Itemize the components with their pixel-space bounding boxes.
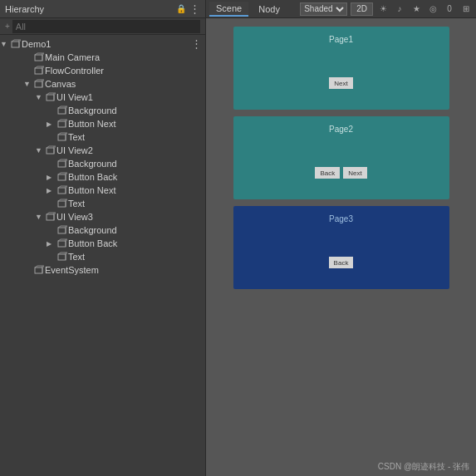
tree-label-btnnext2: Button Next (68, 185, 115, 195)
arrow-btnback2: ▶ (47, 174, 56, 181)
svg-rect-28 (58, 228, 66, 233)
tree-label-text3: Text (68, 252, 85, 262)
cube-icon-text3 (56, 251, 68, 263)
watermark: CSDN @朗迹科技 - 张伟 (378, 461, 469, 473)
tree-item-text3[interactable]: Text (0, 250, 205, 263)
menu-icon[interactable]: ⋮ (189, 3, 200, 14)
tree-item-btnback2[interactable]: ▶ Button Back (0, 170, 205, 184)
overlay-icon[interactable]: 0 (443, 2, 456, 16)
tree-item-btnnext1[interactable]: ▶ Button Next (0, 117, 205, 130)
cube-icon-uiview1 (45, 91, 56, 103)
hierarchy-header-icons: 🔒 ⋮ (176, 3, 200, 14)
scene-panel: Scene Nody Shaded 2D ☀ ♪ ★ ◎ 0 ⊞ Page1 N… (206, 0, 476, 476)
page2-back-button[interactable]: Back (315, 167, 340, 179)
cube-icon-camera (33, 52, 45, 63)
tree-item-uiview2[interactable]: ▼ UI View2 (0, 144, 205, 157)
page2-buttons: Back Next (315, 167, 366, 179)
search-bar: + (0, 18, 205, 35)
tree-label-background3: Background (68, 225, 117, 235)
cube-icon-bg1 (56, 105, 68, 116)
grid-icon[interactable]: ⊞ (459, 2, 473, 16)
tab-nody[interactable]: Nody (252, 2, 287, 16)
tree-label-btnback3: Button Back (68, 238, 117, 248)
tree-item-text2[interactable]: Text (0, 197, 205, 210)
tree-label-canvas: Canvas (45, 79, 76, 89)
page3-label: Page3 (329, 214, 353, 223)
arrow-btnnext2: ▶ (47, 187, 56, 194)
tree-item-background2[interactable]: Background (0, 157, 205, 170)
tree-item-main-camera[interactable]: Main Camera (0, 51, 205, 64)
svg-rect-30 (58, 241, 66, 247)
svg-rect-0 (12, 42, 19, 47)
tree-label-btnnext1: Button Next (68, 119, 115, 129)
effects-icon[interactable]: ★ (410, 2, 423, 16)
light-icon[interactable]: ☀ (376, 2, 390, 16)
audio-icon[interactable]: ♪ (393, 2, 406, 16)
cube-icon-bg3 (56, 224, 68, 236)
tree-item-eventsystem[interactable]: EventSystem (0, 263, 205, 277)
tree-item-flowcontroller[interactable]: FlowController (0, 64, 205, 77)
arrow-uiview2: ▼ (35, 146, 45, 155)
hierarchy-header: Hierarchy 🔒 ⋮ (0, 0, 205, 18)
tree-label-background1: Background (68, 106, 117, 115)
2d-button[interactable]: 2D (351, 2, 373, 16)
cube-icon-text2 (56, 198, 68, 209)
hierarchy-tree: ▼ Demo1 ⋮ (0, 35, 205, 476)
tree-item-demo1[interactable]: ▼ Demo1 ⋮ (0, 37, 205, 51)
cube-icon-btnnext1 (56, 118, 68, 130)
page1-label: Page1 (329, 35, 353, 44)
svg-rect-2 (35, 55, 42, 61)
cube-icon-eventsystem (33, 264, 45, 276)
svg-rect-32 (58, 254, 66, 260)
page3-buttons: Back (329, 257, 354, 268)
svg-rect-14 (58, 135, 66, 140)
svg-rect-22 (58, 188, 66, 194)
cube-icon-uiview2 (45, 145, 56, 156)
hierarchy-title: Hierarchy (5, 4, 44, 14)
tree-label-flowcontroller: FlowController (45, 66, 104, 76)
tab-scene[interactable]: Scene (209, 2, 248, 17)
arrow-btnback3: ▶ (47, 240, 56, 248)
tree-item-btnback3[interactable]: ▶ Button Back (0, 237, 205, 250)
svg-rect-26 (47, 214, 54, 220)
tree-item-background1[interactable]: Background (0, 104, 205, 117)
demo1-menu-icon[interactable]: ⋮ (191, 37, 202, 50)
svg-rect-4 (35, 68, 42, 74)
svg-rect-20 (58, 174, 66, 180)
cube-icon-btnback2 (56, 171, 68, 183)
sky-icon[interactable]: ◎ (426, 2, 439, 16)
shading-select[interactable]: Shaded (300, 2, 347, 16)
svg-rect-34 (35, 267, 42, 273)
search-icon: + (5, 22, 10, 31)
cube-icon-demo1 (10, 38, 22, 50)
svg-rect-12 (58, 121, 66, 127)
tree-label-uiview2: UI View2 (56, 145, 93, 155)
arrow-demo1: ▼ (0, 40, 10, 48)
lock-icon[interactable]: 🔒 (176, 4, 186, 13)
tree-label-text1: Text (68, 132, 85, 142)
scene-uiview3: Page3 Back (233, 206, 449, 289)
page3-back-button[interactable]: Back (329, 257, 354, 268)
arrow-uiview1: ▼ (35, 93, 45, 101)
scene-content: Page1 Next Page2 Back Next Page3 Back (206, 18, 476, 476)
tree-item-btnnext2[interactable]: ▶ Button Next (0, 184, 205, 197)
scene-uiview2: Page2 Back Next (233, 116, 449, 199)
tree-item-text1[interactable]: Text (0, 130, 205, 144)
svg-rect-16 (47, 148, 54, 154)
tree-label-text2: Text (68, 199, 85, 209)
tree-item-uiview3[interactable]: ▼ UI View3 (0, 210, 205, 223)
tree-item-background3[interactable]: Background (0, 223, 205, 237)
search-input[interactable] (12, 20, 200, 33)
svg-rect-24 (58, 201, 66, 207)
svg-rect-6 (35, 81, 42, 87)
tree-label-eventsystem: EventSystem (45, 265, 99, 275)
arrow-btnnext1: ▶ (47, 120, 56, 128)
tree-item-uiview1[interactable]: ▼ UI View1 (0, 91, 205, 104)
tree-item-canvas[interactable]: ▼ Canvas (0, 77, 205, 91)
scene-uiview1: Page1 Next (233, 27, 449, 110)
cube-icon-text1 (56, 131, 68, 143)
tree-label-uiview3: UI View3 (56, 212, 93, 222)
svg-rect-18 (58, 161, 66, 167)
page2-next-button[interactable]: Next (343, 167, 366, 179)
page1-next-button[interactable]: Next (329, 77, 352, 89)
